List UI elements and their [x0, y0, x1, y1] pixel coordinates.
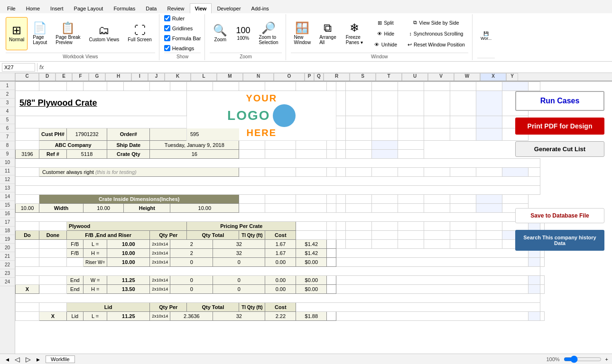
- cell-customer-note[interactable]: Customer always right (this is for testi…: [39, 168, 239, 177]
- cell-order-label[interactable]: Order#: [107, 128, 150, 140]
- cell-u8[interactable]: [424, 168, 450, 177]
- cell-s6[interactable]: [346, 150, 372, 159]
- cell-tl-qty20[interactable]: 0.00: [265, 276, 296, 285]
- col-header-v[interactable]: V: [428, 73, 454, 82]
- cell-h17-value[interactable]: 10.00: [107, 249, 150, 258]
- cell-o12[interactable]: [265, 204, 296, 213]
- cell-r12[interactable]: [336, 204, 346, 213]
- sheet-nav-left[interactable]: ◂: [4, 355, 11, 363]
- cell-o4[interactable]: [346, 128, 372, 140]
- zoom-button[interactable]: 🔍 Zoom: [210, 17, 231, 50]
- search-history-button[interactable]: Search This company history Data: [515, 230, 604, 251]
- cell-height-value[interactable]: 10.00: [170, 204, 239, 213]
- cell-h1[interactable]: [124, 82, 150, 91]
- cell-qty-total16[interactable]: 32: [213, 240, 265, 249]
- run-cases-button[interactable]: Run Cases: [515, 91, 604, 111]
- cell-size16[interactable]: 2x10x14: [150, 240, 170, 249]
- cell-end21[interactable]: End: [66, 285, 83, 294]
- cell-q16[interactable]: [346, 240, 372, 249]
- cell-o24[interactable]: [327, 312, 336, 321]
- cell-height-label[interactable]: Height: [124, 204, 170, 213]
- col-header-w[interactable]: W: [454, 73, 480, 82]
- cell-row22-span[interactable]: [16, 294, 540, 303]
- cell-do-header[interactable]: Do: [16, 231, 39, 240]
- cell-cost24[interactable]: $1.88: [296, 312, 327, 321]
- cell-dimensions-header[interactable]: Crate Inside Dimensions(Inches): [39, 195, 239, 204]
- cell-lid-header[interactable]: Lid: [66, 303, 149, 312]
- cell-cost18[interactable]: $0.00: [296, 258, 327, 267]
- custom-views-button[interactable]: 🗂 Custom Views: [86, 17, 123, 50]
- cell-qty-total17[interactable]: 32: [213, 249, 265, 258]
- cell-f1[interactable]: [83, 82, 107, 91]
- cell-x3[interactable]: [476, 116, 502, 128]
- cell-p21-span[interactable]: [336, 285, 529, 294]
- cell-size21[interactable]: 2x10x14: [150, 285, 170, 294]
- cell-o6[interactable]: [265, 150, 296, 159]
- cell-o17[interactable]: [327, 249, 336, 258]
- tab-view[interactable]: View: [190, 3, 212, 13]
- cell-c17[interactable]: [16, 249, 39, 258]
- cell-s11[interactable]: [346, 195, 372, 204]
- cell-p18-span[interactable]: [336, 258, 529, 267]
- cell-c11[interactable]: [16, 195, 39, 204]
- tab-file[interactable]: File: [2, 3, 21, 13]
- cell-x21-col[interactable]: [529, 285, 540, 294]
- formula-bar-checkbox[interactable]: [164, 35, 170, 41]
- cell-x5[interactable]: [372, 141, 398, 150]
- cell-p3[interactable]: [372, 116, 398, 128]
- cell-n12[interactable]: [239, 204, 265, 213]
- cell-q5[interactable]: [327, 141, 336, 150]
- cell-end20[interactable]: End: [66, 276, 83, 285]
- cell-qty-per-header[interactable]: Qty Per: [150, 231, 187, 240]
- cell-t16[interactable]: [424, 240, 450, 249]
- cell-x24-col[interactable]: [529, 312, 540, 321]
- cell-n3[interactable]: [336, 116, 346, 128]
- cell-qty-total21[interactable]: 0: [213, 285, 265, 294]
- page-break-preview-button[interactable]: 📋 Page BreakPreview: [52, 17, 83, 50]
- headings-checkbox[interactable]: [164, 45, 170, 51]
- cell-cost21[interactable]: $0.00: [296, 285, 327, 294]
- cell-size24[interactable]: 2x10x14: [150, 312, 170, 321]
- cell-o11[interactable]: [265, 195, 296, 204]
- tab-developer[interactable]: Developer: [212, 3, 246, 13]
- cell-h21-value[interactable]: 13.50: [107, 285, 150, 294]
- cell-crate-qty-value[interactable]: 16: [150, 150, 239, 159]
- cell-o23-span[interactable]: [296, 303, 540, 312]
- cell-e18[interactable]: [66, 258, 83, 267]
- cell-o14[interactable]: [327, 222, 336, 231]
- cell-y20[interactable]: [540, 276, 545, 285]
- cell-row9-span[interactable]: [16, 177, 540, 186]
- cell-e1[interactable]: [66, 82, 83, 91]
- ruler-checkbox[interactable]: [164, 15, 170, 21]
- cell-v16[interactable]: [476, 240, 502, 249]
- tab-formulas[interactable]: Formulas: [108, 3, 140, 13]
- cell-o3[interactable]: [346, 116, 372, 128]
- col-header-k[interactable]: K: [165, 73, 191, 82]
- cell-cust-ph-label[interactable]: Cust PH#: [39, 128, 67, 140]
- cell-qty-per24[interactable]: 2.3636: [170, 312, 213, 321]
- cell-pricing-header[interactable]: Pricing Per Crate: [187, 222, 296, 231]
- cell-t14[interactable]: [424, 222, 450, 231]
- cell-u15[interactable]: [424, 231, 450, 240]
- cell-plywood-header[interactable]: Plywood: [66, 222, 186, 231]
- save-database-button[interactable]: Save to Database File: [515, 208, 604, 223]
- cell-s2[interactable]: [450, 91, 476, 116]
- cell-o8[interactable]: [296, 168, 327, 177]
- cell-p4[interactable]: [372, 128, 398, 140]
- page-layout-button[interactable]: 📄 PageLayout: [29, 17, 50, 50]
- cell-r14[interactable]: [372, 222, 398, 231]
- cell-n2[interactable]: [336, 91, 346, 116]
- col-header-e[interactable]: E: [56, 73, 72, 82]
- col-header-l[interactable]: L: [191, 73, 217, 82]
- cell-crate-qty-label[interactable]: Crate Qty: [107, 150, 150, 159]
- cell-w1[interactable]: [476, 82, 502, 91]
- cell-x24[interactable]: X: [39, 312, 67, 321]
- cell-n1[interactable]: [265, 82, 296, 91]
- gridlines-checkbox[interactable]: [164, 25, 170, 31]
- cell-cost23-header[interactable]: Cost: [265, 303, 296, 312]
- cell-d20[interactable]: [39, 276, 67, 285]
- cell-c3-span[interactable]: [16, 116, 187, 128]
- cell-row7-span[interactable]: [16, 159, 540, 168]
- cell-p20-span[interactable]: [336, 276, 529, 285]
- cell-p17-span[interactable]: [336, 249, 529, 258]
